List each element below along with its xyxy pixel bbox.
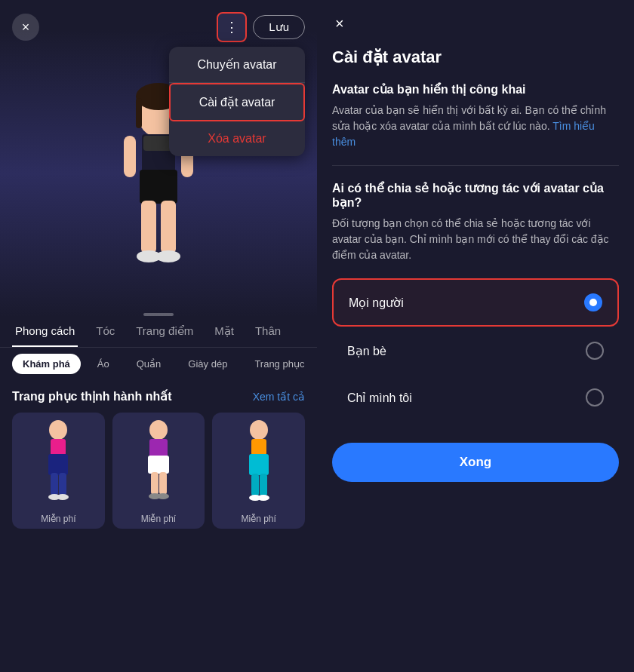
svg-rect-23: [151, 472, 158, 495]
sub-tab-top[interactable]: Áo: [87, 354, 120, 374]
outfit-item-3[interactable]: Miễn phí: [212, 413, 305, 529]
close-button-left[interactable]: ×: [12, 14, 39, 41]
svg-rect-16: [51, 473, 58, 496]
sub-tab-outfit[interactable]: Trang phục: [244, 354, 315, 374]
section-header: Trang phục thịnh hành nhất Xem tất cả: [12, 389, 305, 404]
public-title: Avatar của bạn hiển thị công khai: [332, 82, 619, 97]
radio-option-everyone[interactable]: Mọi người: [332, 278, 619, 327]
right-panel: × Cài đặt avatar Avatar của bạn hiển thị…: [317, 0, 634, 672]
outfit-label-2: Miễn phí: [112, 511, 205, 529]
outfit-preview-1: [12, 413, 105, 511]
divider-1: [332, 165, 619, 166]
svg-rect-24: [159, 472, 167, 495]
svg-point-19: [57, 494, 69, 500]
save-button[interactable]: Lưu: [253, 15, 305, 39]
see-all-link[interactable]: Xem tất cả: [253, 391, 305, 403]
svg-rect-2: [136, 98, 142, 128]
header-right: ⋮ Lưu: [217, 12, 305, 42]
radio-options: Mọi người Bạn bè Chỉ mình tôi: [317, 278, 634, 420]
svg-rect-28: [251, 439, 266, 456]
left-panel: × ⋮ Lưu Chuyến avatar Cài đặt avatar Xóa…: [0, 0, 317, 672]
svg-rect-8: [161, 201, 176, 253]
outfit-item-2[interactable]: Miễn phí: [112, 413, 205, 529]
main-tabs: Phong cách Tóc Trang điểm Mặt Thân: [0, 317, 317, 348]
main-tab-style[interactable]: Phong cách: [12, 317, 78, 347]
panel-title: Cài đặt avatar: [317, 48, 634, 67]
dropdown-item-delete[interactable]: Xóa avatar: [169, 121, 305, 156]
svg-point-13: [49, 420, 67, 440]
svg-point-20: [149, 420, 168, 440]
outfit-svg-2: [128, 416, 189, 507]
svg-rect-11: [124, 136, 136, 177]
main-tab-hair[interactable]: Tóc: [93, 317, 118, 347]
dropdown-item-switch[interactable]: Chuyến avatar: [169, 47, 305, 83]
done-button[interactable]: Xong: [332, 443, 619, 482]
right-header: ×: [317, 0, 634, 41]
main-tab-body[interactable]: Thân: [252, 317, 284, 347]
indicator-line: [143, 313, 174, 316]
radio-label-friends: Bạn bè: [347, 344, 386, 358]
outfit-label-1: Miễn phí: [12, 511, 105, 529]
svg-point-33: [257, 495, 269, 501]
dropdown-menu: Chuyến avatar Cài đặt avatar Xóa avatar: [169, 47, 305, 156]
public-text: Avatar của bạn sẽ hiển thị với bất kỳ ai…: [332, 103, 619, 150]
svg-rect-29: [249, 454, 269, 475]
outfit-svg-1: [28, 416, 88, 507]
main-tab-face[interactable]: Mặt: [211, 317, 237, 347]
radio-option-friends[interactable]: Bạn bè: [332, 328, 619, 373]
share-section: Ai có thể chia sẻ hoặc tương tác với ava…: [317, 181, 634, 263]
svg-rect-30: [251, 474, 259, 496]
tabs-container: Phong cách Tóc Trang điểm Mặt Thân Khám …: [0, 317, 317, 380]
dropdown-item-settings[interactable]: Cài đặt avatar: [169, 83, 305, 121]
main-tab-makeup[interactable]: Trang điểm: [133, 317, 196, 347]
content-section: Trang phục thịnh hành nhất Xem tất cả: [0, 389, 317, 672]
svg-rect-21: [149, 439, 168, 457]
outfit-preview-3: [212, 413, 305, 511]
trending-title: Trang phục thịnh hành nhất: [12, 389, 172, 404]
svg-rect-31: [260, 474, 267, 496]
svg-point-27: [250, 420, 268, 440]
share-title: Ai có thể chia sẻ hoặc tương tác với ava…: [332, 181, 619, 210]
left-header: × ⋮ Lưu: [0, 0, 317, 48]
close-button-right[interactable]: ×: [332, 12, 347, 35]
radio-option-only-me[interactable]: Chỉ mình tôi: [332, 375, 619, 420]
three-dots-button[interactable]: ⋮: [217, 12, 247, 42]
radio-label-everyone: Mọi người: [349, 296, 404, 310]
sub-tab-explore[interactable]: Khám phá: [12, 354, 81, 374]
sub-tabs: Khám phá Áo Quần Giày dép Trang phục Đ: [0, 348, 317, 380]
svg-point-26: [157, 493, 169, 499]
radio-circle-friends: [586, 342, 604, 360]
public-section: Avatar của bạn hiển thị công khai Avatar…: [317, 82, 634, 150]
sub-tab-pants[interactable]: Quần: [126, 354, 172, 374]
sub-tab-shoes[interactable]: Giày dép: [177, 354, 238, 374]
items-grid: Miễn phí Miễn phí: [12, 413, 305, 529]
svg-rect-7: [141, 201, 156, 253]
radio-label-only-me: Chỉ mình tôi: [347, 391, 412, 405]
outfit-label-3: Miễn phí: [212, 511, 305, 529]
svg-rect-22: [148, 456, 169, 474]
svg-point-10: [156, 250, 180, 262]
svg-rect-17: [59, 473, 66, 496]
radio-circle-only-me: [586, 388, 604, 407]
svg-rect-14: [51, 439, 66, 456]
outfit-item-1[interactable]: Miễn phí: [12, 413, 105, 529]
outfit-preview-2: [112, 413, 205, 511]
svg-rect-6: [140, 170, 177, 204]
outfit-svg-3: [229, 416, 289, 507]
svg-rect-15: [48, 454, 68, 475]
share-text: Đối tượng bạn chọn có thể chia sẻ hoặc t…: [332, 216, 619, 263]
radio-circle-everyone: [584, 293, 602, 311]
